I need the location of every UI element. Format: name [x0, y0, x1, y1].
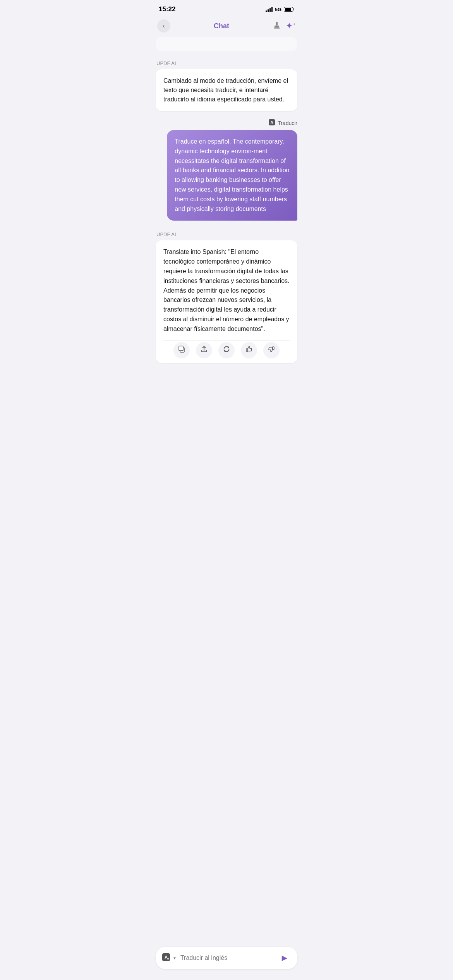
broom-button[interactable]	[273, 21, 281, 31]
ai-label-1: UPDF AI	[156, 60, 297, 66]
status-icons: 5G	[266, 7, 294, 12]
ai-bubble-1: Cambiado al modo de traducción, envíeme …	[156, 69, 297, 111]
ai-label-2: UPDF AI	[156, 231, 297, 237]
svg-rect-7	[246, 349, 248, 351]
input-spacer	[156, 371, 297, 406]
svg-rect-0	[276, 22, 278, 26]
thumbs-up-button[interactable]	[241, 342, 257, 358]
regenerate-icon	[223, 345, 230, 355]
status-bar: 15:22 5G	[151, 0, 302, 16]
signal-bar-2	[268, 9, 269, 12]
battery-body	[284, 7, 293, 12]
back-chevron-icon: ‹	[163, 22, 165, 29]
action-buttons-row	[163, 340, 290, 358]
copy-button[interactable]	[173, 342, 190, 358]
translate-badge-icon: A	[268, 119, 275, 127]
back-button[interactable]: ‹	[157, 19, 170, 33]
broom-icon	[273, 21, 281, 31]
sparkle-icon: ✦✦	[286, 21, 296, 31]
previous-message-stub	[156, 37, 297, 51]
network-type-label: 5G	[275, 7, 281, 12]
user-label-row: A Traducir	[268, 119, 297, 127]
thumbs-down-icon	[268, 345, 275, 355]
user-bubble: Traduce en español, The contemporary, dy…	[167, 130, 297, 221]
user-bubble-text: Traduce en español, The contemporary, dy…	[175, 137, 290, 214]
battery-fill	[285, 8, 291, 11]
battery-icon	[284, 7, 294, 12]
thumbs-down-button[interactable]	[263, 342, 280, 358]
nav-actions: ✦✦	[273, 21, 296, 31]
chat-area: UPDF AI Cambiado al modo de traducción, …	[151, 37, 302, 406]
signal-bar-1	[266, 10, 267, 12]
ai-response-bubble: Translate into Spanish: "El entorno tecn…	[156, 240, 297, 363]
share-button[interactable]	[196, 342, 212, 358]
translate-badge-label: Traducir	[278, 120, 297, 126]
ai-bubble-1-text: Cambiado al modo de traducción, envíeme …	[163, 76, 290, 104]
signal-bar-4	[271, 7, 273, 12]
thumbs-up-icon	[245, 345, 253, 355]
share-icon	[200, 345, 208, 355]
copy-icon	[178, 345, 185, 355]
signal-bars-icon	[266, 7, 273, 12]
svg-rect-8	[273, 347, 274, 350]
regenerate-button[interactable]	[218, 342, 235, 358]
user-message-section: A Traducir Traduce en español, The conte…	[156, 119, 297, 221]
svg-text:A: A	[271, 120, 273, 125]
ai-response-text: Translate into Spanish: "El entorno tecn…	[163, 247, 290, 334]
svg-rect-2	[274, 27, 280, 29]
status-time: 15:22	[159, 5, 175, 13]
svg-rect-6	[179, 346, 183, 351]
nav-bar: ‹ Chat ✦✦	[151, 16, 302, 37]
page-title: Chat	[214, 22, 229, 30]
battery-tip	[293, 8, 294, 10]
signal-bar-3	[269, 8, 271, 12]
sparkle-button[interactable]: ✦✦	[286, 21, 296, 31]
